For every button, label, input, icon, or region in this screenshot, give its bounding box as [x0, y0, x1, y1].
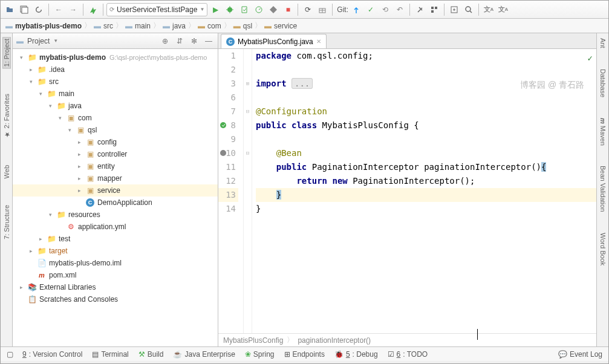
crumb-class[interactable]: MybatisPlusConfig	[223, 336, 283, 345]
git-commit-icon[interactable]: ✓	[364, 3, 377, 16]
tab-mybatisplusconfig[interactable]: C MybatisPlusConfig.java ✕	[221, 34, 327, 48]
tree-item--idea[interactable]: ▸📁.idea	[13, 63, 218, 76]
tree-item-src[interactable]: ▾📁src	[13, 76, 218, 88]
tree-item-service[interactable]: ▸▣service	[13, 184, 218, 197]
tree-toggle-icon[interactable]: ▸	[76, 175, 83, 181]
open-icon[interactable]	[3, 3, 16, 16]
tree-item-application-yml[interactable]: ⚙application.yml	[13, 221, 218, 233]
git-revert-icon[interactable]: ↶	[393, 3, 406, 16]
tool-spring[interactable]: ❀Spring	[241, 349, 278, 360]
tree-item-main[interactable]: ▾📁main	[13, 88, 218, 100]
tree-toggle-icon[interactable]: ▸	[76, 187, 83, 193]
gear-icon[interactable]: ✻	[189, 36, 200, 47]
run-configuration-dropdown[interactable]: ⟳ UserServiceTest.listPage ▼	[106, 3, 207, 16]
tool-terminal[interactable]: ▤Terminal	[88, 349, 132, 360]
gift-icon[interactable]	[316, 3, 329, 16]
tree-item-test[interactable]: ▸📁test	[13, 233, 218, 245]
tree-toggle-icon[interactable]: ▾	[56, 115, 64, 121]
tree-item-mapper[interactable]: ▸▣mapper	[13, 172, 218, 184]
refresh-icon[interactable]	[32, 3, 45, 16]
search-icon[interactable]	[462, 3, 475, 16]
tool-favorites[interactable]: ★ 2: Favorites	[2, 93, 10, 140]
tree-toggle-icon[interactable]: ▸	[27, 248, 34, 254]
tree-item-com[interactable]: ▾▣com	[13, 112, 218, 124]
build-icon[interactable]	[86, 3, 100, 16]
locate-icon[interactable]: ⊕	[160, 36, 171, 47]
fold-marker[interactable]: ⊟	[244, 146, 252, 160]
tree-item-scratches-and-consoles[interactable]: 📋Scratches and Consoles	[13, 293, 218, 305]
tool-build[interactable]: ⚒Build	[135, 349, 168, 360]
crumb-service[interactable]: ▬service	[264, 22, 297, 30]
tree-toggle-icon[interactable]: ▸	[76, 139, 83, 145]
fold-marker[interactable]: ⊞	[244, 77, 252, 91]
tree-toggle-icon[interactable]: ▸	[76, 163, 83, 169]
run-icon[interactable]: ▶	[209, 3, 222, 16]
fold-marker[interactable]: ⊟	[244, 105, 252, 119]
tool-maven[interactable]: m Maven	[599, 117, 607, 147]
tree-toggle-icon[interactable]: ▸	[37, 236, 44, 242]
collapse-icon[interactable]: —	[203, 36, 214, 47]
tree-toggle-icon[interactable]: ▾	[47, 103, 54, 109]
tree-item-resources[interactable]: ▾📁resources	[13, 209, 218, 221]
project-tree[interactable]: ▾📁mybatis-plus-demoG:\qsl-project\mybati…	[13, 49, 218, 346]
crumb-java[interactable]: ▬java	[163, 22, 186, 30]
attach-icon[interactable]	[267, 3, 280, 16]
tree-toggle-icon[interactable]: ▾	[47, 212, 54, 218]
git-history-icon[interactable]: ⟲	[379, 3, 392, 16]
tree-item-qsl[interactable]: ▾▣qsl	[13, 124, 218, 136]
coverage-icon[interactable]	[238, 3, 251, 16]
tree-toggle-icon[interactable]: ▸	[27, 67, 34, 73]
chevron-down-icon[interactable]: ▼	[53, 38, 58, 44]
debug-icon[interactable]	[223, 3, 236, 16]
tree-item-entity[interactable]: ▸▣entity	[13, 160, 218, 172]
tool-event-log[interactable]: 💬Event Log	[555, 349, 606, 360]
tool-java-enterprise[interactable]: ☕Java Enterprise	[169, 349, 238, 360]
update-icon[interactable]: ⟳	[301, 3, 314, 16]
tree-toggle-icon[interactable]: ▾	[37, 91, 44, 97]
crumb-com[interactable]: ▬com	[198, 22, 221, 30]
tree-toggle-icon[interactable]: ▸	[76, 151, 83, 157]
tree-item-pom-xml[interactable]: mpom.xml	[13, 269, 218, 281]
code-editor[interactable]: ✓ 博客园 @ 青石路 12367891011121314 ⊞⊟⊟ packag…	[218, 49, 596, 333]
code-content[interactable]: package com.qsl.config; import ... @Conf…	[252, 49, 596, 333]
tree-toggle-icon[interactable]: ▾	[27, 79, 34, 85]
tree-item-config[interactable]: ▸▣config	[13, 136, 218, 148]
translate-dst-icon[interactable]: 文A	[497, 3, 510, 16]
tool-word-book[interactable]: Word Book	[599, 232, 607, 267]
tool-structure[interactable]: 7: Structure	[3, 204, 10, 241]
tree-item-controller[interactable]: ▸▣controller	[13, 148, 218, 160]
expand-icon[interactable]	[448, 3, 461, 16]
stop-icon[interactable]: ■	[281, 3, 295, 16]
save-all-icon[interactable]	[18, 3, 31, 16]
close-icon[interactable]: ✕	[316, 38, 321, 45]
tool-project[interactable]: 1: Project	[2, 37, 11, 68]
tree-item-demoapplication[interactable]: CDemoApplication	[13, 197, 218, 209]
gutter-marker-icon[interactable]	[220, 122, 227, 129]
settings-icon[interactable]	[413, 3, 426, 16]
tree-toggle-icon[interactable]: ▾	[18, 54, 25, 60]
back-icon[interactable]: ←	[52, 3, 65, 16]
tree-item-java[interactable]: ▾📁java	[13, 100, 218, 112]
tool-debug[interactable]: 🐞5: Debug	[331, 349, 382, 360]
tree-item-target[interactable]: ▸📁target	[13, 245, 218, 257]
tool-database[interactable]: Database	[599, 68, 607, 99]
tree-item-external-libraries[interactable]: ▸📚External Libraries	[13, 281, 218, 293]
tree-toggle-icon[interactable]: ▸	[18, 284, 25, 290]
tree-item-mybatis-plus-demo-iml[interactable]: 📄mybatis-plus-demo.iml	[13, 257, 218, 269]
translate-src-icon[interactable]: 文A	[482, 3, 495, 16]
quick-access-icon[interactable]: ▢	[3, 348, 16, 361]
git-update-icon[interactable]	[350, 3, 363, 16]
profile-icon[interactable]	[252, 3, 265, 16]
crumb-method[interactable]: paginationInterceptor()	[298, 336, 371, 345]
crumb-qsl[interactable]: ▬qsl	[233, 22, 252, 30]
crumb-src[interactable]: ▬src	[94, 22, 113, 30]
tree-toggle-icon[interactable]: ▾	[66, 127, 73, 133]
tree-item-mybatis-plus-demo[interactable]: ▾📁mybatis-plus-demoG:\qsl-project\mybati…	[13, 51, 218, 63]
forward-icon[interactable]: →	[67, 3, 80, 16]
structure-icon[interactable]	[428, 3, 441, 16]
tool-endpoints[interactable]: ⊞Endpoints	[281, 349, 328, 360]
tool-version-control[interactable]: 9: Version Control	[19, 349, 86, 360]
tool-ant[interactable]: Ant	[599, 37, 607, 50]
tool-bean-validation[interactable]: Bean Validation	[599, 164, 607, 213]
tool-web[interactable]: Web	[3, 164, 10, 180]
